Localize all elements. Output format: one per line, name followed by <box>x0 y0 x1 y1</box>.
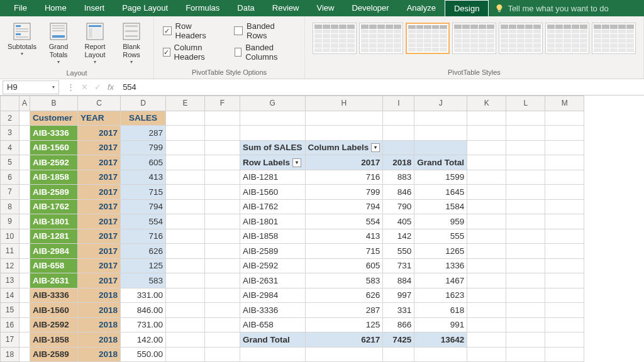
cell[interactable]: 2018 <box>78 317 121 332</box>
cell[interactable]: 583 <box>305 273 383 288</box>
tab-developer[interactable]: Developer <box>343 0 397 16</box>
tab-design[interactable]: Design <box>445 0 489 16</box>
cell[interactable]: AIB-1858 <box>30 170 78 185</box>
confirm-icon[interactable]: ✓ <box>94 82 101 92</box>
tab-formulas[interactable]: Formulas <box>177 0 228 16</box>
row-header[interactable]: 5 <box>1 155 19 170</box>
col-header[interactable]: L <box>506 96 545 111</box>
row-header[interactable]: 10 <box>1 229 19 244</box>
cell[interactable]: Sum of SALES <box>240 140 306 155</box>
cell[interactable]: Customer <box>30 111 78 126</box>
col-header[interactable]: B <box>30 96 78 111</box>
cell[interactable]: 287 <box>121 126 166 141</box>
cell[interactable]: 6217 <box>305 332 383 348</box>
cell[interactable]: AIB-1560 <box>30 140 78 155</box>
tab-data[interactable]: Data <box>228 0 263 16</box>
blank-rows-button[interactable]: Blank Rows▾ <box>114 19 148 68</box>
cell[interactable]: 846.00 <box>121 303 166 318</box>
cell[interactable]: 794 <box>121 199 166 214</box>
style-swatch[interactable] <box>499 23 543 54</box>
cell[interactable]: 413 <box>305 229 383 244</box>
cell[interactable]: 2018 <box>78 347 121 362</box>
cell[interactable]: 2017 <box>78 126 121 141</box>
cell[interactable]: 2017 <box>78 140 121 155</box>
col-header[interactable]: F <box>205 96 240 111</box>
cell[interactable]: 959 <box>414 214 467 229</box>
cell[interactable]: AIB-2631 <box>30 273 78 288</box>
cell[interactable]: 997 <box>383 288 414 303</box>
cell[interactable]: 2017 <box>78 258 121 273</box>
cell[interactable]: 1623 <box>414 288 467 303</box>
tab-page-layout[interactable]: Page Layout <box>113 0 177 16</box>
cell[interactable]: 2018 <box>383 155 414 170</box>
col-header[interactable]: E <box>166 96 205 111</box>
col-header[interactable]: I <box>383 96 414 111</box>
cell[interactable]: AIB-3336 <box>30 126 78 141</box>
row-header[interactable]: 3 <box>1 126 19 141</box>
cell[interactable]: 991 <box>414 317 467 332</box>
cell[interactable]: 13642 <box>414 332 467 348</box>
cell[interactable]: 715 <box>305 244 383 259</box>
cell[interactable]: YEAR <box>78 111 121 126</box>
cell[interactable]: 794 <box>305 199 383 214</box>
cell[interactable]: AIB-2589 <box>30 185 78 200</box>
formula-input[interactable]: 554 <box>119 81 644 93</box>
col-header[interactable]: M <box>545 96 584 111</box>
style-swatch[interactable] <box>452 23 496 54</box>
row-header[interactable]: 14 <box>1 288 19 303</box>
range-icon[interactable]: ⋮ <box>67 82 75 92</box>
cell[interactable]: AIB-2589 <box>30 347 78 362</box>
cell[interactable]: 7425 <box>383 332 414 348</box>
cell[interactable]: 142.00 <box>121 332 166 348</box>
row-header[interactable]: 16 <box>1 317 19 332</box>
col-header[interactable]: H <box>305 96 383 111</box>
cell[interactable]: AIB-1801 <box>30 214 78 229</box>
cell[interactable]: AIB-2984 <box>240 288 306 303</box>
row-header[interactable]: 9 <box>1 214 19 229</box>
tab-review[interactable]: Review <box>264 0 308 16</box>
row-header[interactable]: 13 <box>1 273 19 288</box>
cell[interactable]: AIB-1281 <box>240 170 306 185</box>
cell[interactable]: 2017 <box>78 199 121 214</box>
cell[interactable]: AIB-1762 <box>240 199 306 214</box>
cell[interactable]: 731.00 <box>121 317 166 332</box>
spreadsheet-grid[interactable]: ABCDEFGHIJKLM2CustomerYEARSALES3AIB-3336… <box>0 96 644 362</box>
style-swatch[interactable] <box>406 23 450 54</box>
cell[interactable]: 790 <box>383 199 414 214</box>
cell[interactable]: Grand Total <box>414 155 467 170</box>
cell[interactable]: AIB-1560 <box>30 303 78 318</box>
cell[interactable]: 555 <box>414 229 467 244</box>
cancel-icon[interactable]: ✕ <box>81 82 88 92</box>
cell[interactable]: Grand Total <box>240 332 306 348</box>
banded-columns-checkbox[interactable]: Banded Columns <box>235 43 296 62</box>
cell[interactable]: AIB-3336 <box>240 303 306 318</box>
filter-button[interactable]: ▾ <box>371 143 380 152</box>
col-header[interactable]: G <box>240 96 306 111</box>
style-swatch[interactable] <box>592 23 636 54</box>
grand-totals-button[interactable]: Grand Totals▾ <box>42 19 75 68</box>
row-headers-checkbox[interactable]: ✓Row Headers <box>163 21 223 40</box>
cell[interactable]: 1467 <box>414 273 467 288</box>
cell[interactable]: 1265 <box>414 244 467 259</box>
cell[interactable]: 715 <box>121 185 166 200</box>
cell[interactable]: Column Labels▾ <box>305 140 383 155</box>
tab-home[interactable]: Home <box>36 0 75 16</box>
cell[interactable]: AIB-658 <box>240 317 306 332</box>
cell[interactable]: 583 <box>121 273 166 288</box>
tab-analyze[interactable]: Analyze <box>398 0 445 16</box>
cell[interactable]: AIB-3336 <box>30 288 78 303</box>
cell[interactable]: 2017 <box>78 155 121 170</box>
row-header[interactable]: 12 <box>1 258 19 273</box>
cell[interactable]: AIB-2592 <box>240 258 306 273</box>
cell[interactable]: AIB-2592 <box>30 155 78 170</box>
cell[interactable]: AIB-2589 <box>240 244 306 259</box>
cell[interactable]: 731 <box>383 258 414 273</box>
cell[interactable]: AIB-2592 <box>30 317 78 332</box>
cell[interactable]: AIB-658 <box>30 258 78 273</box>
cell[interactable]: 626 <box>121 244 166 259</box>
row-header[interactable]: 17 <box>1 332 19 348</box>
cell[interactable]: 716 <box>121 229 166 244</box>
cell[interactable]: 2017 <box>78 214 121 229</box>
cell[interactable]: 142 <box>383 229 414 244</box>
cell[interactable]: AIB-1281 <box>30 229 78 244</box>
